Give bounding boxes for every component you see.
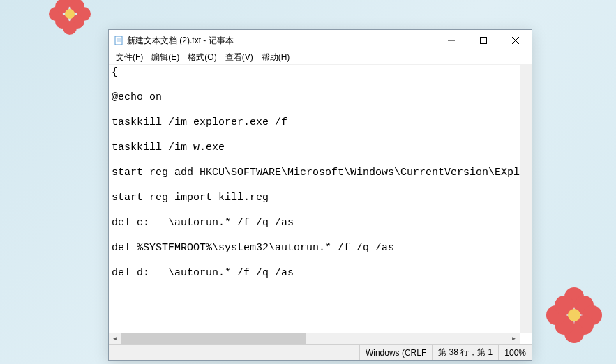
decorative-flower-bottom (546, 287, 602, 343)
text-line: del d: \autorun.* /f /q /as (112, 267, 517, 280)
statusbar: Windows (CRLF 第 38 行，第 1 100% (109, 344, 532, 360)
text-line: taskkill /im explorer.exe /f (112, 116, 517, 129)
decorative-flower-top (49, 0, 91, 35)
status-encoding: Windows (CRLF (359, 345, 432, 360)
menu-view[interactable]: 查看(V) (221, 50, 257, 65)
text-editor[interactable]: {@echo ontaskkill /im explorer.exe /ftas… (109, 65, 520, 333)
status-zoom: 100% (498, 345, 532, 360)
svg-rect-5 (481, 38, 487, 44)
text-line (112, 179, 517, 192)
text-line: del %SYSTEMROOT%\system32\autorun.* /f /… (112, 242, 517, 255)
content-area: {@echo ontaskkill /im explorer.exe /ftas… (109, 65, 532, 333)
text-line: start reg import kill.reg (112, 192, 517, 204)
scroll-left-button[interactable]: ◄ (109, 333, 121, 344)
menu-edit[interactable]: 编辑(E) (147, 50, 183, 65)
text-line (112, 154, 517, 167)
text-line (112, 129, 517, 142)
menu-file[interactable]: 文件(F) (112, 50, 147, 65)
notepad-window: 新建文本文档 (2).txt - 记事本 文件(F) 编辑(E) 格式(O) 查… (108, 29, 532, 361)
text-line (112, 255, 517, 267)
close-button[interactable] (499, 30, 532, 51)
text-line: @echo on (112, 91, 517, 104)
svg-rect-0 (115, 36, 122, 45)
text-line (112, 229, 517, 242)
menubar: 文件(F) 编辑(E) 格式(O) 查看(V) 帮助(H) (109, 51, 532, 65)
status-spacer (109, 345, 359, 360)
text-line: del c: \autorun.* /f /q /as (112, 217, 517, 229)
scroll-corner (520, 317, 532, 329)
text-line: start reg add HKCU\SOFTWARE\Microsoft\Wi… (112, 167, 517, 179)
horizontal-scroll-thumb[interactable] (121, 333, 306, 344)
vertical-scroll-thumb[interactable] (520, 65, 532, 333)
maximize-button[interactable] (467, 30, 499, 51)
titlebar[interactable]: 新建文本文档 (2).txt - 记事本 (109, 30, 532, 51)
text-line (112, 79, 517, 91)
vertical-scrollbar[interactable] (520, 65, 532, 333)
menu-help[interactable]: 帮助(H) (257, 50, 294, 65)
window-title: 新建文本文档 (2).txt - 记事本 (127, 35, 435, 47)
status-position: 第 38 行，第 1 (432, 345, 498, 360)
window-controls (435, 30, 532, 51)
minimize-button[interactable] (435, 30, 467, 51)
horizontal-scrollbar[interactable]: ◄ ► (109, 333, 520, 344)
notepad-icon (113, 35, 124, 46)
horizontal-scroll-track[interactable] (121, 333, 508, 344)
text-line: taskkill /im w.exe (112, 142, 517, 154)
menu-format[interactable]: 格式(O) (183, 50, 220, 65)
scroll-right-button[interactable]: ► (508, 333, 520, 344)
text-line (112, 104, 517, 116)
text-line (112, 204, 517, 217)
text-line: { (112, 66, 517, 79)
